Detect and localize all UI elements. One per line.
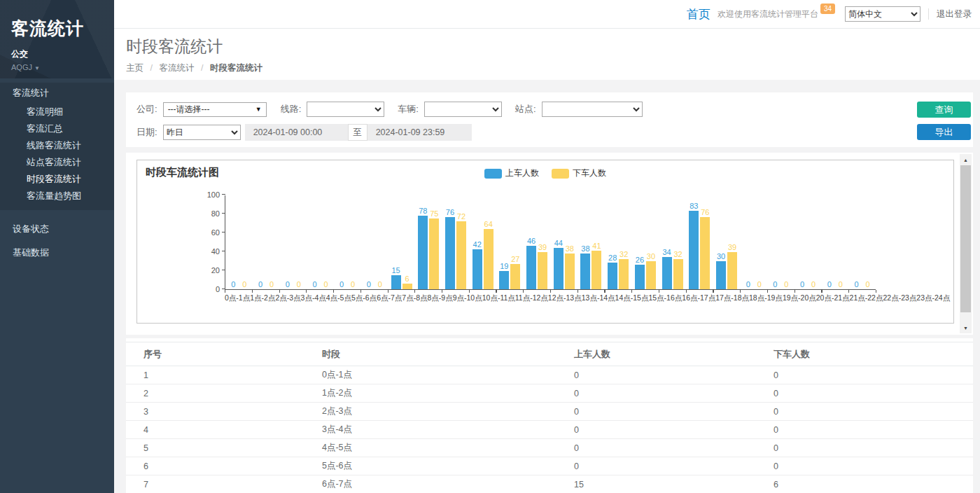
bar-group-3: 00 bbox=[307, 195, 334, 289]
date-preset-select[interactable]: 昨日 bbox=[163, 125, 241, 140]
sidebar-item-6[interactable]: 客流量趋势图 bbox=[0, 188, 114, 204]
bar-value-label: 0 bbox=[865, 280, 869, 289]
bar-column: 34 bbox=[662, 248, 672, 289]
table-cell: 0 bbox=[556, 384, 756, 403]
x-axis-label: 9点-10点 bbox=[453, 293, 482, 303]
bar-column: 72 bbox=[456, 212, 466, 289]
notification-badge[interactable]: 34 bbox=[820, 4, 835, 14]
sidebar-item-3[interactable]: 线路客流统计 bbox=[0, 137, 114, 154]
x-axis-label: 19点-20点 bbox=[783, 293, 816, 303]
breadcrumb-section[interactable]: 客流统计 bbox=[159, 63, 194, 73]
table-row: 54点-5点00 bbox=[126, 439, 973, 457]
bar-column: 0 bbox=[836, 280, 846, 289]
x-axis-label: 14点-15点 bbox=[615, 293, 649, 303]
chart-box: 时段车流统计图 上车人数下车人数 02040608010000000000000… bbox=[136, 160, 954, 324]
bar-group-8: 7672 bbox=[442, 195, 470, 289]
sidebar-logo-block: 客流统计 公交 AQGJ▼ bbox=[0, 0, 114, 78]
bar-group-21: 00 bbox=[794, 195, 822, 289]
y-tick-mark bbox=[222, 194, 225, 195]
y-tick-label: 20 bbox=[195, 266, 220, 275]
table-cell: 0 bbox=[556, 403, 756, 421]
bar-group-17: 8376 bbox=[686, 195, 713, 289]
breadcrumb-home[interactable]: 主页 bbox=[126, 63, 144, 73]
x-axis-label: 7点-8点 bbox=[402, 293, 427, 303]
bar-column: 76 bbox=[445, 208, 455, 289]
bar-column: 27 bbox=[510, 255, 520, 289]
bar-value-label: 0 bbox=[839, 280, 843, 289]
bar-value-label: 0 bbox=[800, 280, 804, 289]
bar-上车人数 bbox=[391, 275, 401, 289]
bar-value-label: 28 bbox=[608, 254, 617, 262]
logout-link[interactable]: 退出登录 bbox=[937, 8, 972, 20]
table-header-cell: 时段 bbox=[304, 342, 556, 366]
bar-value-label: 76 bbox=[446, 208, 454, 216]
x-axis-labels: 0点-1点1点-2点2点-3点3点-4点4点-5点5点-6点6点-7点7点-8点… bbox=[225, 293, 876, 303]
x-axis-label: 3点-4点 bbox=[301, 293, 326, 303]
sidebar-item-2[interactable]: 客流汇总 bbox=[0, 120, 114, 137]
bar-group-18: 3039 bbox=[713, 195, 741, 289]
date-to-input[interactable]: 2024-01-09 23:59 bbox=[368, 124, 472, 141]
line-select[interactable] bbox=[307, 102, 384, 117]
bar-group-7: 7875 bbox=[415, 195, 442, 289]
station-select[interactable] bbox=[542, 102, 643, 117]
x-axis-label: 8点-9点 bbox=[428, 293, 453, 303]
table-cell: 5点-6点 bbox=[304, 457, 556, 475]
sidebar-item-8[interactable]: 基础数据 bbox=[0, 242, 114, 263]
table-header-row: 序号时段上车人数下车人数 bbox=[126, 342, 973, 366]
table-cell: 0 bbox=[756, 439, 973, 457]
bar-下车人数 bbox=[510, 264, 520, 289]
x-axis-label: 0点-1点 bbox=[225, 293, 250, 303]
company-select[interactable]: ---请选择--- ▼ bbox=[163, 102, 267, 117]
sidebar-item-1[interactable]: 客流明细 bbox=[0, 104, 114, 120]
bar-value-label: 72 bbox=[457, 212, 465, 221]
scrollbar-thumb[interactable] bbox=[960, 165, 971, 312]
bar-value-label: 39 bbox=[728, 243, 736, 251]
bar-group-0: 00 bbox=[225, 195, 253, 289]
x-axis-label: 2点-3点 bbox=[275, 293, 300, 303]
date-from-input[interactable]: 2024-01-09 00:00 bbox=[245, 124, 348, 141]
bar-column: 28 bbox=[608, 254, 617, 289]
sidebar-item-4[interactable]: 站点客流统计 bbox=[0, 154, 114, 171]
table-header-cell: 序号 bbox=[126, 342, 304, 366]
y-tick-label: 100 bbox=[195, 190, 220, 199]
bar-column: 6 bbox=[402, 275, 412, 289]
y-tick-mark bbox=[222, 270, 225, 270]
user-menu[interactable]: AQGJ▼ bbox=[11, 63, 103, 71]
bar-value-label: 0 bbox=[757, 280, 762, 289]
filter-row-1: 公司: ---请选择--- ▼ 线路: 车辆: 站点: bbox=[136, 101, 962, 118]
app-logo: 客流统计 bbox=[11, 17, 103, 40]
vehicle-select[interactable] bbox=[424, 102, 502, 117]
bar-column: 0 bbox=[255, 280, 265, 289]
bar-value-label: 15 bbox=[391, 266, 400, 275]
breadcrumb-current: 时段客流统计 bbox=[210, 63, 262, 73]
query-button[interactable]: 查询 bbox=[917, 102, 971, 118]
company-label: 公司: bbox=[136, 103, 158, 116]
bar-上车人数 bbox=[662, 257, 672, 289]
bar-column: 32 bbox=[619, 250, 629, 289]
bar-value-label: 19 bbox=[500, 262, 508, 270]
chart-scrollbar[interactable]: ▲ ▼ bbox=[960, 154, 972, 333]
dropdown-arrow-icon: ▼ bbox=[255, 106, 262, 113]
export-button[interactable]: 导出 bbox=[917, 124, 971, 140]
bar-column: 76 bbox=[700, 208, 710, 289]
table-body: 10点-1点0021点-2点0032点-3点0043点-4点0054点-5点00… bbox=[126, 366, 973, 493]
bar-column: 0 bbox=[294, 280, 304, 289]
bar-下车人数 bbox=[484, 229, 493, 289]
bar-value-label: 0 bbox=[746, 280, 750, 289]
sidebar-item-5[interactable]: 时段客流统计 bbox=[0, 171, 114, 188]
y-tick-label: 0 bbox=[195, 285, 220, 293]
scroll-up-icon[interactable]: ▲ bbox=[960, 154, 972, 165]
home-link[interactable]: 首页 bbox=[687, 6, 710, 22]
x-axis-label: 17点-18点 bbox=[715, 293, 749, 303]
bar-下车人数 bbox=[619, 259, 629, 289]
sidebar-item-0[interactable]: 客流统计 bbox=[0, 83, 114, 104]
bar-column: 44 bbox=[554, 239, 564, 289]
y-tick-mark bbox=[222, 289, 225, 289]
table-cell: 15 bbox=[556, 475, 756, 493]
welcome-text: 欢迎使用客流统计管理平台 bbox=[718, 8, 818, 20]
language-select[interactable]: 简体中文 bbox=[845, 6, 920, 22]
sidebar-item-7[interactable]: 设备状态 bbox=[0, 218, 114, 239]
scroll-down-icon[interactable]: ▼ bbox=[960, 322, 972, 333]
bar-group-22: 00 bbox=[821, 195, 848, 289]
table-cell: 0 bbox=[556, 366, 756, 384]
